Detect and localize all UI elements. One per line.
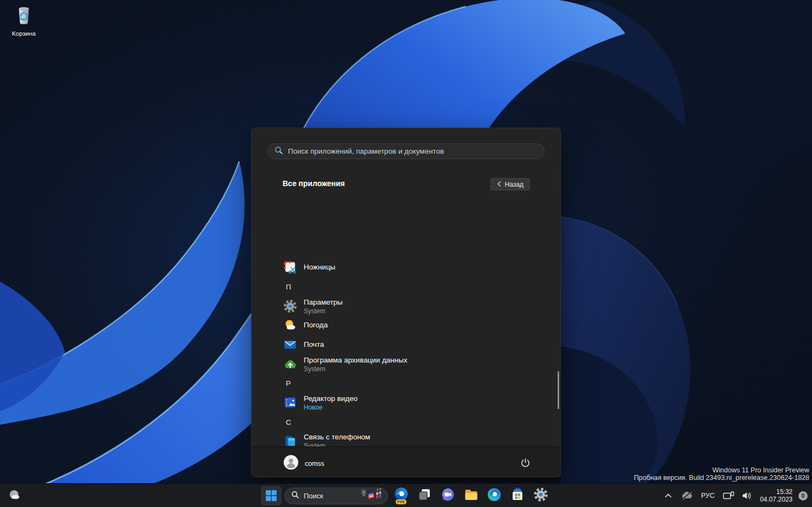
volume-button[interactable] <box>740 486 754 505</box>
search-placeholder: Поиск приложений, параметров и документо… <box>288 147 444 155</box>
app-item-text: Связь с телефономSystem <box>304 433 370 448</box>
task-view-taskbar-button[interactable] <box>414 486 435 505</box>
search-highlight-fireworks-icon <box>361 488 383 503</box>
widgets-button[interactable] <box>4 486 25 505</box>
power-icon <box>520 458 531 468</box>
app-section-letter: Р <box>286 379 291 387</box>
app-item-label: Параметры <box>304 298 343 307</box>
pinned-apps: PRE <box>391 486 551 505</box>
app-item-sublabel: System <box>304 307 343 315</box>
chat-taskbar-button[interactable] <box>437 486 458 505</box>
watermark-line1: Windows 11 Pro Insider Preview <box>634 466 809 474</box>
file-explorer-icon <box>463 487 479 504</box>
widgets-weather-icon <box>7 488 22 503</box>
watermark-line2: Пробная версия. Build 23493.ni_prereleas… <box>634 474 809 482</box>
tray-time: 15:32 <box>760 488 793 496</box>
taskbar-center: Поиск <box>261 486 551 505</box>
store-taskbar-button[interactable] <box>507 486 528 505</box>
app-list: НожницыП ПараметрыSystem Погода Почта Пр… <box>252 192 561 447</box>
insider-watermark: Windows 11 Pro Insider Preview Пробная в… <box>634 466 809 482</box>
app-item-sublabel: Новое <box>304 404 357 411</box>
backup-cloud-icon <box>283 357 297 371</box>
recycle-bin-icon <box>12 19 35 29</box>
app-item-text: ПараметрыSystem <box>304 298 343 315</box>
app-item-label: Связь с телефоном <box>304 433 370 442</box>
onedrive-offline-button[interactable] <box>679 486 695 505</box>
app-item-label: Ножницы <box>304 263 336 272</box>
cloud-off-icon <box>681 491 693 500</box>
file-explorer-taskbar-button[interactable] <box>461 486 481 505</box>
mail-icon <box>283 338 297 352</box>
search-icon <box>291 491 299 501</box>
system-tray: РУС 15:32 04.07.2023 0 <box>662 484 808 507</box>
windows-logo-icon <box>265 489 278 502</box>
taskbar-search-box[interactable]: Поиск <box>284 488 388 504</box>
all-apps-header: Все приложения <box>283 179 345 188</box>
taskbar-search-label: Поиск <box>304 492 356 500</box>
edge-taskbar-button[interactable] <box>484 486 505 505</box>
task-view-icon <box>417 487 432 504</box>
recycle-bin-label: Корзина <box>3 30 44 37</box>
recycle-bin[interactable]: Корзина <box>3 4 44 37</box>
phone-link-icon <box>283 434 297 447</box>
tray-date: 04.07.2023 <box>760 496 793 504</box>
back-button[interactable]: Назад <box>490 178 530 190</box>
app-section-letter: П <box>286 283 291 291</box>
app-item-text: Программа архивации данныхSystem <box>304 356 407 373</box>
app-item-label: Погода <box>304 321 328 330</box>
start-menu: Поиск приложений, параметров и документо… <box>251 128 561 477</box>
app-item-text: Редактор видеоНовое <box>304 394 357 411</box>
back-button-label: Назад <box>505 181 523 188</box>
app-item-label: Почта <box>304 340 324 349</box>
weather-icon <box>283 318 297 332</box>
chevron-up-icon <box>665 493 672 498</box>
language-indicator[interactable]: РУС <box>698 486 717 505</box>
search-icon <box>274 146 283 157</box>
video-editor-icon <box>283 396 297 410</box>
start-user-bar: comss <box>252 446 560 477</box>
chat-icon <box>440 487 455 504</box>
notification-count-badge[interactable]: 0 <box>798 491 808 501</box>
speaker-icon <box>742 491 752 500</box>
ethernet-icon <box>723 491 735 501</box>
avatar <box>284 455 298 472</box>
snipping-tool-icon <box>283 260 297 274</box>
power-button[interactable] <box>517 455 533 471</box>
chevron-left-icon <box>497 181 501 188</box>
app-section-letter: С <box>286 418 291 426</box>
settings-gear-light-taskbar-button[interactable] <box>531 486 551 505</box>
user-name: comss <box>305 460 324 468</box>
app-item-text: Ножницы <box>304 263 336 272</box>
network-button[interactable] <box>721 486 736 505</box>
store-icon <box>510 487 525 504</box>
user-button[interactable]: comss <box>284 455 324 472</box>
app-item-sublabel: System <box>304 365 407 373</box>
settings-gear-light-icon <box>533 487 548 504</box>
scrollbar-thumb[interactable] <box>558 371 559 409</box>
clock[interactable]: 15:32 04.07.2023 <box>758 488 795 504</box>
settings-gear-icon <box>283 299 297 313</box>
app-item-label: Программа архивации данных <box>304 356 407 365</box>
hidden-icons-button[interactable] <box>662 486 676 505</box>
start-button[interactable] <box>261 486 281 505</box>
app-item-label: Редактор видео <box>304 394 357 403</box>
edge-icon <box>487 487 502 504</box>
app-item-text: Почта <box>304 340 324 349</box>
taskbar: Поиск <box>0 483 812 507</box>
edge-dev-taskbar-button[interactable]: PRE <box>391 486 411 505</box>
app-item-text: Погода <box>304 321 328 330</box>
pre-badge: PRE <box>396 499 407 504</box>
start-search-box[interactable]: Поиск приложений, параметров и документо… <box>267 143 545 159</box>
desktop: Корзина Windows 11 Pro Insider Preview П… <box>0 0 812 507</box>
